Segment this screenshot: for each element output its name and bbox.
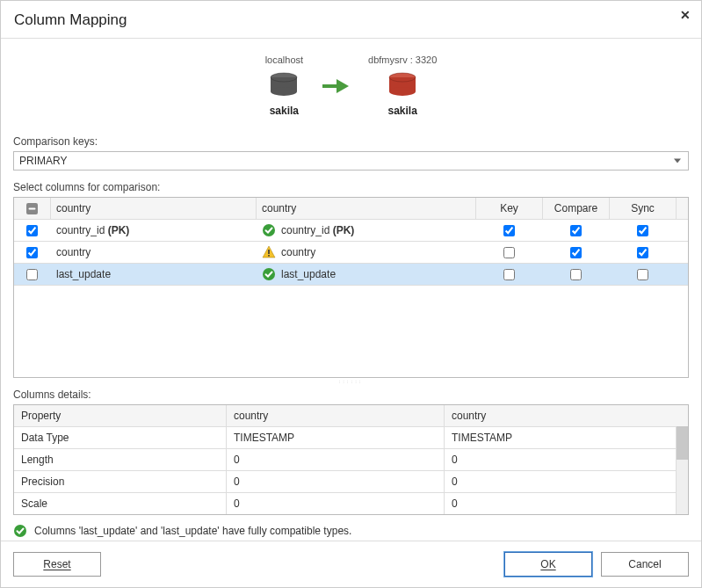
comparison-keys-label: Comparison keys: (13, 135, 689, 148)
details-row: Scale00 (14, 493, 688, 514)
detail-target-value: 0 (445, 493, 688, 514)
svg-rect-10 (268, 255, 270, 257)
detail-target-value: 0 (445, 449, 688, 470)
status-text: Columns 'last_update' and 'last_update' … (34, 525, 351, 537)
detail-source-value: 0 (227, 471, 445, 492)
target-schema: dbfmysrv : 3320 sakila (368, 54, 437, 117)
target-schema-name: sakila (368, 105, 437, 117)
svg-point-6 (389, 87, 416, 96)
source-column-cell: country (51, 242, 257, 263)
details-grid: Property country country Data TypeTIMEST… (13, 404, 689, 515)
details-row: Length00 (14, 449, 688, 471)
row-include-checkbox[interactable] (26, 269, 38, 280)
source-column-cell: last_update (51, 264, 257, 285)
database-cylinder-icon (387, 72, 418, 97)
details-header-target: country (445, 405, 688, 426)
compare-checkbox[interactable] (570, 269, 582, 280)
header-key[interactable]: Key (476, 198, 543, 219)
arrow-right-icon (321, 77, 351, 95)
header-target[interactable]: country (257, 198, 476, 219)
table-row[interactable]: country_id (PK)country_id (PK) (14, 220, 688, 242)
warning-icon (262, 245, 276, 259)
detail-property: Scale (14, 493, 227, 514)
detail-property: Length (14, 449, 227, 470)
key-checkbox[interactable] (503, 225, 515, 236)
details-header-row: Property country country (14, 405, 688, 427)
splitter-handle[interactable]: :::::: (13, 378, 689, 385)
reset-button[interactable]: Reset (13, 552, 101, 577)
detail-target-value: TIMESTAMP (445, 427, 688, 448)
vertical-scrollbar[interactable] (676, 426, 688, 514)
detail-property: Precision (14, 471, 227, 492)
dialog-title: Column Mapping (14, 11, 688, 29)
scrollbar-thumb[interactable] (677, 426, 688, 460)
success-icon (262, 267, 276, 281)
columns-header-row: country country Key Compare Sync (14, 198, 688, 220)
row-include-checkbox[interactable] (26, 247, 38, 258)
cancel-button[interactable]: Cancel (601, 552, 689, 577)
row-include-checkbox[interactable] (26, 225, 38, 236)
detail-source-value: TIMESTAMP (227, 427, 445, 448)
sync-checkbox[interactable] (637, 225, 648, 236)
dropdown-value: PRIMARY (19, 155, 67, 167)
header-sync[interactable]: Sync (610, 198, 677, 219)
svg-point-2 (271, 87, 297, 96)
details-row: Data TypeTIMESTAMPTIMESTAMP (14, 427, 688, 449)
source-host-label: localhost (265, 54, 303, 65)
target-column-cell: country_id (PK) (257, 220, 476, 241)
target-column-cell: country (257, 242, 476, 263)
header-compare[interactable]: Compare (543, 198, 610, 219)
header-source[interactable]: country (51, 198, 257, 219)
details-header-property: Property (14, 405, 227, 426)
sync-checkbox[interactable] (637, 269, 648, 280)
close-icon[interactable]: ✕ (680, 8, 691, 22)
select-all-checkbox[interactable] (26, 203, 38, 214)
detail-property: Data Type (14, 427, 227, 448)
columns-grid: country country Key Compare Sync country… (13, 197, 689, 378)
compare-checkbox[interactable] (570, 225, 582, 236)
key-checkbox[interactable] (503, 269, 515, 280)
dialog-header: Column Mapping ✕ (1, 1, 701, 39)
svg-rect-9 (268, 250, 270, 254)
table-row[interactable]: last_update last_update (14, 264, 688, 286)
source-schema-name: sakila (265, 105, 303, 117)
dialog-footer: Reset OK Cancel (1, 541, 701, 587)
detail-source-value: 0 (227, 493, 445, 514)
details-header-source: country (227, 405, 445, 426)
source-column-cell: country_id (PK) (51, 220, 257, 241)
target-column-cell: last_update (257, 264, 476, 285)
key-checkbox[interactable] (503, 247, 515, 258)
success-icon (13, 524, 27, 538)
detail-target-value: 0 (445, 471, 688, 492)
detail-source-value: 0 (227, 449, 445, 470)
select-columns-label: Select columns for comparison: (13, 181, 689, 193)
success-icon (262, 223, 276, 237)
source-schema: localhost sakila (265, 54, 303, 117)
ok-button[interactable]: OK (504, 552, 592, 577)
schema-mapping-row: localhost sakila dbfmysrv : 3320 sakila (1, 39, 701, 130)
sync-checkbox[interactable] (637, 247, 648, 258)
target-host-label: dbfmysrv : 3320 (368, 54, 437, 65)
database-cylinder-icon (268, 72, 300, 97)
comparison-keys-dropdown[interactable]: PRIMARY (13, 151, 689, 171)
table-row[interactable]: country country (14, 242, 688, 264)
details-row: Precision00 (14, 471, 688, 493)
compare-checkbox[interactable] (570, 247, 582, 258)
column-details-label: Columns details: (13, 388, 689, 401)
